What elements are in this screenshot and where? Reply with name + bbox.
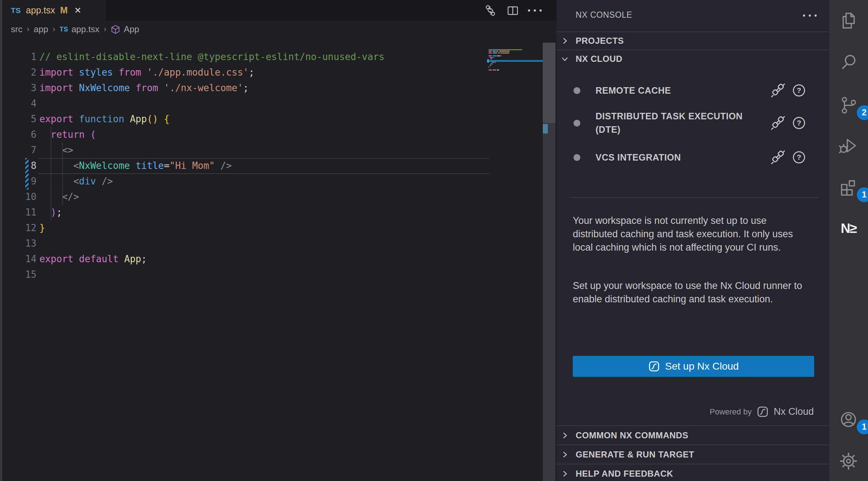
breadcrumb-separator: › (27, 25, 29, 34)
code-token (158, 114, 164, 124)
code-token: // eslint-disable-next-line @typescript-… (39, 51, 384, 62)
line-number: 1 (2, 49, 36, 65)
code-line: return ( (39, 127, 96, 142)
current-line-border-bottom (38, 173, 489, 174)
minimap-line (509, 51, 510, 52)
status-dot-icon (573, 87, 580, 94)
activity-item-accounts[interactable]: 1 (839, 410, 858, 429)
current-line-border-top (38, 158, 489, 159)
code-token: < (73, 160, 79, 171)
line-number: 4 (2, 96, 36, 111)
code-token (141, 67, 147, 78)
powered-by-nx-cloud[interactable]: Powered by Nx Cloud (710, 406, 814, 418)
code-token: export (39, 254, 73, 264)
code-token (73, 67, 79, 78)
nx-console-panel: NX CONSOLE PROJECTS NX CLOUD REMOTE CACH… (557, 0, 829, 481)
modified-indicator: M (60, 5, 68, 16)
typescript-file-icon: TS (60, 26, 68, 33)
panel-more-actions-icon[interactable] (803, 14, 817, 17)
line-number: 2 (2, 65, 36, 80)
code-line: } (39, 220, 45, 236)
code-token: </> (62, 191, 79, 202)
code-token: ; (56, 207, 62, 218)
activity-item-source-control[interactable]: 2 (839, 95, 858, 115)
scrollbar-thumb[interactable] (543, 43, 555, 123)
modified-lines-gutter-marker (25, 158, 29, 190)
line-number: 13 (2, 236, 36, 251)
breadcrumb-separator: › (104, 25, 106, 34)
editor-group: TS app.tsx M ✕ src›app›TSapp.tsx›App // … (2, 0, 557, 481)
code-token (130, 82, 136, 93)
minimap[interactable] (487, 49, 543, 93)
line-number: 7 (2, 142, 36, 158)
minimap-modified-marker (487, 59, 489, 63)
breadcrumb-item-app[interactable]: App (111, 24, 139, 34)
setup-nx-cloud-button[interactable]: Set up Nx Cloud (573, 356, 814, 377)
badge: 1 (857, 420, 868, 434)
minimap-line (496, 51, 498, 52)
code-token (39, 129, 51, 140)
breadcrumb-label: src (11, 24, 22, 34)
code-token (130, 160, 136, 171)
feature-label: DISTRIBUTED TASK EXECUTION (DTE) (596, 110, 747, 136)
connect-icon[interactable] (771, 84, 785, 97)
connect-icon[interactable] (771, 116, 785, 130)
section-common-nx-commands[interactable]: COMMON NX COMMANDS (557, 425, 829, 444)
breadcrumb-item-app-tsx[interactable]: TSapp.tsx (60, 24, 99, 34)
more-actions-icon[interactable] (528, 4, 541, 17)
open-changes-icon[interactable] (484, 4, 497, 17)
chevron-right-icon (560, 431, 570, 440)
help-icon[interactable]: ? (792, 150, 806, 164)
code-token: export (39, 114, 73, 124)
activity-item-extensions[interactable]: 1 (839, 178, 858, 197)
code-token (113, 67, 119, 78)
breadcrumb-item-app[interactable]: app (34, 24, 48, 34)
breadcrumb-item-src[interactable]: src (11, 24, 22, 34)
help-icon[interactable]: ? (792, 84, 806, 97)
minimap-line (489, 67, 489, 68)
indent-guide (51, 127, 51, 220)
activity-item-explorer[interactable] (839, 11, 858, 30)
close-icon[interactable]: ✕ (74, 5, 81, 16)
tab-app-tsx[interactable]: TS app.tsx M ✕ (2, 0, 106, 21)
code-token (39, 160, 73, 171)
section-help-and-feedback[interactable]: HELP AND FEEDBACK (557, 464, 829, 481)
section-label: HELP AND FEEDBACK (576, 469, 673, 479)
code-token: () (147, 114, 158, 124)
badge: 2 (857, 105, 868, 120)
feature-distributed-task-execution-dte-: DISTRIBUTED TASK EXECUTION (DTE)? (557, 107, 829, 139)
line-number: 6 (2, 127, 36, 142)
section-projects[interactable]: PROJECTS (557, 31, 829, 50)
code-token: return (51, 129, 85, 140)
activity-item-search[interactable] (839, 52, 858, 72)
powered-by-label: Powered by (710, 407, 752, 417)
section-nx-cloud[interactable]: NX CLOUD (557, 50, 829, 68)
breadcrumb-label: app.tsx (72, 24, 99, 34)
feature-actions: ? (771, 84, 806, 97)
code-token: function (79, 114, 124, 124)
section-generate-run-target[interactable]: GENERATE & RUN TARGET (557, 444, 829, 464)
connect-icon[interactable] (771, 150, 785, 164)
code-token: styles (79, 67, 113, 78)
activity-item-settings[interactable] (839, 451, 858, 471)
activity-item-run-and-debug[interactable] (839, 137, 858, 156)
breadcrumb: src›app›TSapp.tsx›App (11, 21, 139, 38)
minimap-line (498, 69, 499, 71)
minimap-line (493, 55, 497, 56)
badge: 1 (857, 187, 868, 202)
minimap-line (489, 52, 492, 54)
code-line: export function App() { (39, 111, 169, 127)
line-number: 15 (2, 267, 36, 282)
code-token (119, 254, 124, 264)
code-token (96, 176, 102, 187)
help-icon[interactable]: ? (792, 116, 806, 130)
feature-label: VCS INTEGRATION (596, 151, 747, 164)
minimap-line (491, 59, 492, 60)
feature-actions: ? (771, 150, 806, 164)
line-number: 14 (2, 251, 36, 267)
setup-hint-text: Set up your workspace to use the Nx Clou… (573, 279, 811, 306)
code-token: NxWelcome (79, 160, 130, 171)
code-token: title (136, 160, 164, 171)
split-editor-icon[interactable] (506, 4, 519, 17)
activity-item-nx-console[interactable]: N≥ (835, 219, 862, 238)
